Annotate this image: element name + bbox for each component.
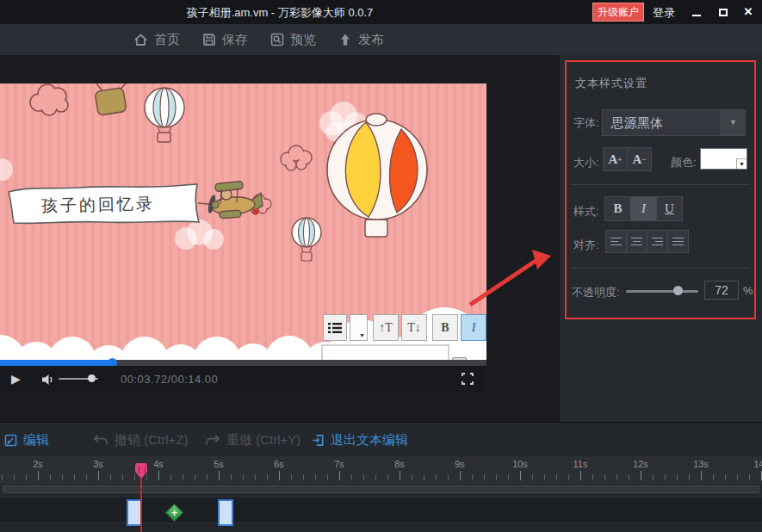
bullet-list-button[interactable] [323,314,347,341]
clip-handle-right[interactable] [218,499,233,526]
titlebar: 孩子相册.am.vm - 万彩影像大师 0.0.7 升级账户 登录 ✕ [0,0,762,24]
align-label: 对齐: [573,238,599,253]
ruler-tick-major [38,471,39,480]
color-swatch[interactable]: ▼ [700,148,747,170]
timeline-scrollbar[interactable] [0,484,762,495]
align-justify-icon [672,238,684,246]
italic-style-button[interactable]: I [630,196,657,221]
close-button[interactable]: ✕ [740,5,756,19]
opacity-unit: % [743,284,753,297]
ruler-tick-label: 13s [691,459,711,469]
align-left-button[interactable] [605,230,627,253]
publish-icon [338,33,352,46]
pencil-icon [4,434,17,447]
save-button[interactable]: 保存 [202,32,248,48]
preview-canvas[interactable]: 孩子的回忆录 ▼ ↑T T↓ B I 快乐时光 ◂▸ [0,84,486,366]
timeline-ruler[interactable]: 2s3s4s5s6s7s8s9s10s11s12s13s14s [0,456,762,484]
window-title: 孩子相册.am.vm - 万彩影像大师 0.0.7 [155,5,405,21]
divider [572,268,750,269]
align-center-icon [631,238,642,246]
opacity-label: 不透明度: [572,285,620,300]
exit-text-edit-button[interactable]: 退出文本编辑 [312,423,408,457]
fullscreen-icon [461,372,474,386]
nav-home-button[interactable]: 首页 [133,32,180,48]
font-size-decrease-button[interactable]: A− [627,147,652,171]
timeline-tracks[interactable]: + [0,495,762,532]
ruler-tick-label: 4s [148,459,169,469]
ruler-tick-label: 3s [88,459,108,469]
font-size-increase-button[interactable]: A+ [603,147,628,171]
annotation-arrow [463,248,553,312]
preview-button[interactable]: 预览 [270,32,316,48]
timeline-track[interactable]: + [0,497,762,523]
ruler-tick-label: 14s [751,459,762,469]
edit-toolbar: 编辑 撤销 (Ctrl+Z) 重做 (Ctrl+Y) 退出文本编辑 [0,422,762,456]
bold-button[interactable]: B [432,314,458,341]
application-window: 孩子相册.am.vm - 万彩影像大师 0.0.7 升级账户 登录 ✕ 首页 保… [0,0,762,532]
ruler-tick-label: 5s [208,459,229,469]
color-label: 颜色: [671,155,697,170]
exit-icon [312,434,325,447]
font-size-group: A+ A− [603,147,651,171]
underline-style-button[interactable]: U [656,196,683,221]
redo-icon [205,434,220,446]
size-label: 大小: [573,155,599,170]
balloon-basket-icon [95,84,127,115]
add-keyframe-diamond[interactable]: + [165,504,183,522]
ruler-tick-major [641,471,641,480]
chevron-down-icon[interactable]: ▼ [736,158,747,169]
opacity-value-box[interactable]: 72 [704,281,739,300]
align-right-button[interactable] [647,230,668,253]
progress-fill [0,360,112,366]
banner-text: 孩子的回忆录 [41,193,179,218]
undo-button[interactable]: 撤销 (Ctrl+Z) [93,423,188,457]
maximize-icon [719,9,728,16]
maximize-button[interactable] [716,5,731,19]
font-increase-button[interactable]: ↑T [373,314,399,341]
ruler-tick-label: 12s [630,459,651,469]
login-button[interactable]: 登录 [653,5,675,21]
volume-handle[interactable] [88,374,96,382]
video-progress-bar[interactable] [0,360,486,366]
plus-icon: + [168,507,181,520]
edit-button[interactable]: 编辑 [4,423,49,457]
align-justify-button[interactable] [667,230,689,253]
opacity-slider[interactable] [626,290,698,293]
ruler-tick-major [400,471,400,480]
chevron-down-icon: ▼ [359,332,365,339]
ruler-tick-label: 9s [449,459,470,469]
play-button[interactable]: ▶ [11,372,21,386]
ruler-tick-major [339,471,340,480]
upgrade-account-button[interactable]: 升级账户 [592,3,644,22]
ruler-tick-label: 6s [269,459,289,469]
bold-style-button[interactable]: B [604,196,631,221]
align-right-icon [652,238,663,246]
playhead-line [140,478,142,532]
hot-air-balloon-small-icon [292,218,321,261]
ruler-tick-label: 2s [28,459,48,469]
fullscreen-button[interactable] [461,372,474,389]
save-icon [202,33,216,46]
italic-button[interactable]: I [461,314,486,341]
plane-icon [207,181,263,218]
player-controls: ▶ 00:03.72/00:14.00 [0,366,486,393]
home-icon [133,33,148,46]
chevron-down-icon[interactable]: ▼ [721,110,745,135]
volume-icon[interactable] [41,374,55,389]
text-style-group: B I U [604,196,682,221]
ruler-tick-label: 7s [329,459,350,469]
hot-air-balloon-blue-icon [145,88,184,142]
scrollbar-thumb[interactable] [3,486,759,493]
ruler-tick-label: 10s [510,459,530,469]
font-value: 思源黑体 [611,115,663,132]
font-decrease-button[interactable]: T↓ [401,314,427,341]
text-color-dropdown-button[interactable]: ▼ [350,314,368,341]
redo-button[interactable]: 重做 (Ctrl+Y) [205,423,300,457]
font-select[interactable]: 思源黑体 ▼ [602,109,746,136]
divider [572,184,750,185]
minimize-icon [692,15,701,16]
minimize-button[interactable] [689,5,704,19]
ruler-tick-major [279,471,280,480]
align-center-button[interactable] [626,230,647,253]
publish-button[interactable]: 发布 [338,32,384,48]
